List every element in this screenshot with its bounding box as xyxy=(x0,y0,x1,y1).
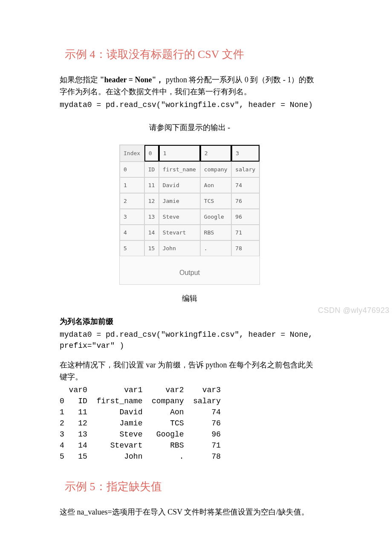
row0-c0: ID xyxy=(144,162,159,177)
output-table-box: Index 0 1 2 3 0 ID first_name company sa… xyxy=(119,145,260,285)
row3-idx: 3 xyxy=(120,209,144,225)
row1-c2: Aon xyxy=(200,177,232,193)
row1-c3: 74 xyxy=(231,177,259,193)
table-row: 3 13 Steve Google 96 xyxy=(120,209,259,225)
row4-c1: Stevart xyxy=(159,225,200,240)
row3-c0: 13 xyxy=(144,209,159,225)
table-row: 0 ID first_name company salary xyxy=(120,162,259,177)
edit-label: 编辑 xyxy=(60,293,320,304)
code-block-2: mydata0 = pd.read_csv("workingfile.csv",… xyxy=(60,329,320,351)
p1-text-a: 如果您指定 xyxy=(60,75,98,84)
row2-c1: Jamie xyxy=(159,193,200,209)
p1-bold: "header = None"， xyxy=(100,75,164,84)
paragraph-1: 如果您指定 "header = None"， python 将分配一系列从 0 … xyxy=(60,74,320,98)
row5-c1: John xyxy=(159,240,200,256)
paragraph-2: 在这种情况下，我们设置 var 为前缀，告诉 python 在每个列名之前包含此… xyxy=(60,359,320,383)
output-intro: 请参阅下面显示的输出 - xyxy=(60,122,320,133)
row0-c2: company xyxy=(200,162,232,177)
text-table-output: var0 var1 var2 var3 0 ID first_name comp… xyxy=(60,384,320,462)
col-0: 0 xyxy=(144,145,159,162)
prefix-heading: 为列名添加前缀 xyxy=(60,315,320,327)
row0-c3: salary xyxy=(231,162,259,177)
col-1: 1 xyxy=(159,145,200,162)
col-2: 2 xyxy=(200,145,232,162)
row0-idx: 0 xyxy=(120,162,144,177)
row5-idx: 5 xyxy=(120,240,144,256)
row1-c0: 11 xyxy=(144,177,159,193)
row4-idx: 4 xyxy=(120,225,144,240)
row1-c1: David xyxy=(159,177,200,193)
table-header-row: Index 0 1 2 3 xyxy=(120,145,259,162)
table-row: 1 11 David Aon 74 xyxy=(120,177,259,193)
csdn-watermark: CSDN @wly476923 xyxy=(318,306,389,315)
heading-example-5: 示例 5：指定缺失值 xyxy=(60,479,320,494)
row3-c1: Steve xyxy=(159,209,200,225)
index-header: Index xyxy=(120,145,144,162)
row3-c3: 96 xyxy=(231,209,259,225)
p1-text-b: python 将分配一系列从 0 到（列数 - 1）的数字作为列名。在这个数据文… xyxy=(60,75,314,96)
output-caption: Output xyxy=(120,256,259,284)
row5-c2: . xyxy=(200,240,232,256)
code-block-1: mydata0 = pd.read_csv("workingfile.csv",… xyxy=(60,99,320,110)
heading-example-4: 示例 4：读取没有标题行的 CSV 文件 xyxy=(60,47,320,62)
output-table: Index 0 1 2 3 0 ID first_name company sa… xyxy=(120,145,259,256)
row0-c1: first_name xyxy=(159,162,200,177)
col-3: 3 xyxy=(231,145,259,162)
row4-c2: RBS xyxy=(200,225,232,240)
row4-c0: 14 xyxy=(144,225,159,240)
row3-c2: Google xyxy=(200,209,232,225)
row5-c3: 78 xyxy=(231,240,259,256)
row2-c3: 76 xyxy=(231,193,259,209)
table-row: 5 15 John . 78 xyxy=(120,240,259,256)
row5-c0: 15 xyxy=(144,240,159,256)
table-row: 2 12 Jamie TCS 76 xyxy=(120,193,259,209)
row4-c3: 71 xyxy=(231,225,259,240)
row2-c2: TCS xyxy=(200,193,232,209)
row1-idx: 1 xyxy=(120,177,144,193)
row2-idx: 2 xyxy=(120,193,144,209)
paragraph-3: 这些 na_values=选项用于在导入 CSV 文件时将某些值设置为空白/缺失… xyxy=(60,506,320,518)
row2-c0: 12 xyxy=(144,193,159,209)
table-row: 4 14 Stevart RBS 71 xyxy=(120,225,259,240)
